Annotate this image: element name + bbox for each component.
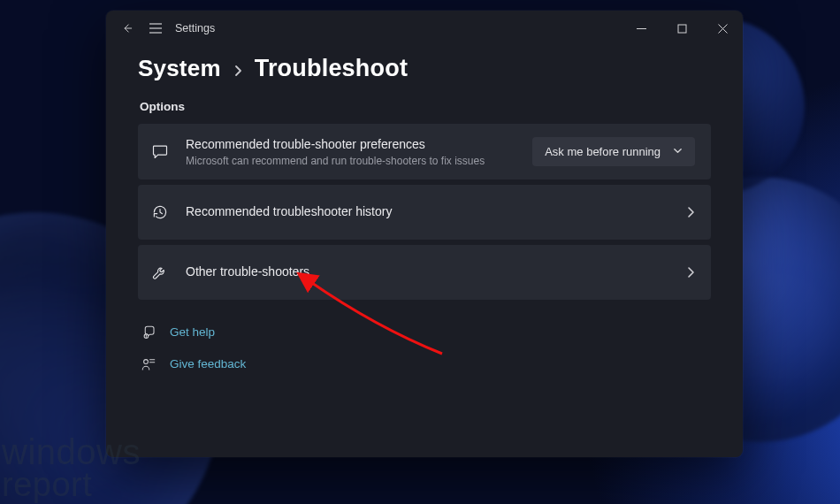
svg-rect-4 bbox=[678, 25, 686, 33]
chevron-right-icon bbox=[233, 59, 242, 80]
card-title: Other trouble-shooters bbox=[186, 263, 670, 280]
feedback-icon bbox=[140, 356, 157, 372]
history-icon bbox=[150, 203, 170, 221]
back-button[interactable] bbox=[117, 22, 138, 34]
maximize-button[interactable] bbox=[661, 11, 702, 46]
section-header-options: Options bbox=[140, 100, 711, 113]
give-feedback-row: Give feedback bbox=[140, 356, 711, 372]
nav-menu-button[interactable] bbox=[145, 23, 166, 34]
help-icon bbox=[140, 325, 157, 340]
chevron-right-icon bbox=[686, 206, 695, 218]
chevron-down-icon bbox=[673, 145, 683, 158]
svg-point-8 bbox=[144, 359, 149, 363]
preferences-dropdown[interactable]: Ask me before running bbox=[532, 137, 695, 166]
card-title: Recommended trouble-shooter preferences bbox=[186, 136, 516, 153]
breadcrumb: System Troubleshoot bbox=[138, 55, 711, 82]
card-title: Recommended troubleshooter history bbox=[186, 203, 670, 220]
settings-window: Settings bbox=[106, 11, 743, 457]
get-help-row: Get help bbox=[140, 325, 711, 340]
desktop-background: Settings bbox=[0, 0, 840, 504]
give-feedback-link[interactable]: Give feedback bbox=[170, 357, 246, 370]
window-controls bbox=[621, 11, 743, 46]
dropdown-label: Ask me before running bbox=[545, 145, 661, 158]
chat-bubble-icon bbox=[150, 142, 170, 160]
card-troubleshooter-history[interactable]: Recommended troubleshooter history bbox=[138, 185, 711, 240]
wrench-icon bbox=[150, 263, 170, 281]
chevron-right-icon bbox=[686, 266, 695, 279]
card-subtitle: Microsoft can recommend and run trouble-… bbox=[186, 155, 516, 167]
help-links: Get help Give feedback bbox=[138, 325, 711, 372]
titlebar: Settings bbox=[106, 11, 743, 46]
breadcrumb-current: Troubleshoot bbox=[255, 55, 408, 82]
content-area: System Troubleshoot Options Recommende bbox=[106, 46, 743, 457]
minimize-button[interactable] bbox=[621, 11, 661, 46]
breadcrumb-parent[interactable]: System bbox=[138, 55, 221, 82]
app-title: Settings bbox=[175, 22, 215, 34]
close-button[interactable] bbox=[702, 11, 743, 46]
get-help-link[interactable]: Get help bbox=[170, 325, 215, 339]
card-troubleshooter-preferences: Recommended trouble-shooter preferences … bbox=[138, 124, 711, 179]
card-other-troubleshooters[interactable]: Other trouble-shooters bbox=[138, 245, 711, 300]
